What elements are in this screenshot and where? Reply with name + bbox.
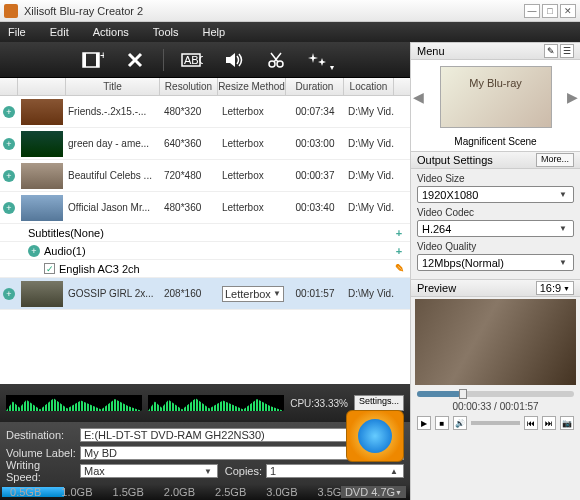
menu-file[interactable]: File (8, 26, 26, 38)
add-audio-icon[interactable]: + (388, 245, 410, 257)
snapshot-button[interactable]: 📷 (560, 416, 574, 430)
svg-rect-2 (96, 53, 99, 67)
settings-button[interactable]: Settings... (354, 395, 404, 411)
expand-icon[interactable]: + (28, 245, 40, 257)
mute-button[interactable]: 🔊 (453, 416, 467, 430)
menu-preview[interactable]: ◀ My Blu-ray ▶ (411, 60, 580, 134)
thumbnail (21, 163, 63, 189)
svg-rect-1 (83, 53, 86, 67)
prev-frame-button[interactable]: ⏮ (524, 416, 538, 430)
thumbnail (21, 195, 63, 221)
copies-label: Copies: (222, 465, 262, 477)
chevron-down-icon: ▼ (559, 224, 569, 233)
thumbnail (21, 131, 63, 157)
delete-icon[interactable] (121, 48, 149, 72)
video-quality-label: Video Quality (417, 241, 574, 252)
app-title: Xilisoft Blu-ray Creator 2 (24, 5, 524, 17)
expand-icon[interactable]: + (3, 288, 15, 300)
effects-icon[interactable]: ▾ (304, 48, 332, 72)
table-row-selected[interactable]: + GOSSIP GIRL 2x... 208*160 Letterbox▼ 0… (0, 278, 410, 310)
thumbnail (21, 281, 63, 307)
next-frame-button[interactable]: ⏭ (542, 416, 556, 430)
row-location: D:\My Vid... (344, 288, 394, 299)
video-list: + Friends.-.2x15.-... 480*320 Letterbox … (0, 96, 410, 310)
menu-template-thumb: My Blu-ray (440, 66, 552, 128)
svg-text:ABC: ABC (184, 54, 203, 66)
col-duration[interactable]: Duration (286, 78, 344, 95)
preview-video (415, 299, 576, 385)
row-duration: 00:07:34 (286, 106, 344, 117)
spinner-icon[interactable]: ▲ (390, 467, 400, 476)
expand-icon[interactable]: + (3, 202, 15, 214)
table-header: Title Resolution Resize Method Duration … (0, 78, 410, 96)
menu-edit[interactable]: Edit (50, 26, 69, 38)
minimize-button[interactable]: — (524, 4, 540, 18)
row-location: D:\My Vid... (344, 202, 394, 213)
row-duration: 00:03:40 (286, 202, 344, 213)
edit-audio-icon[interactable]: ✎ (388, 262, 410, 275)
cpu-graph-1 (6, 395, 142, 411)
audio-checkbox[interactable]: ✓ (44, 263, 55, 274)
browse-menu-icon[interactable]: ☰ (560, 44, 574, 58)
close-button[interactable]: ✕ (560, 4, 576, 18)
table-row[interactable]: + Friends.-.2x15.-... 480*320 Letterbox … (0, 96, 410, 128)
row-duration: 00:03:00 (286, 138, 344, 149)
row-title: Friends.-.2x15.-... (66, 106, 160, 117)
table-row[interactable]: + Official Jason Mr... 480*360 Letterbox… (0, 192, 410, 224)
table-row[interactable]: + green day - ame... 640*360 Letterbox 0… (0, 128, 410, 160)
prev-menu-icon[interactable]: ◀ (413, 89, 424, 105)
add-clip-icon[interactable]: + (79, 48, 107, 72)
expand-icon[interactable]: + (3, 170, 15, 182)
disc-type-select[interactable]: DVD 4.7G ▼ (341, 486, 406, 498)
preview-time: 00:00:33 / 00:01:57 (411, 401, 580, 412)
row-resolution: 480*320 (160, 106, 218, 117)
col-title[interactable]: Title (66, 78, 160, 95)
copies-input[interactable]: 1▲ (266, 464, 404, 478)
play-button[interactable]: ▶ (417, 416, 431, 430)
table-row[interactable]: + Beautiful Celebs ... 720*480 Letterbox… (0, 160, 410, 192)
add-subtitle-icon[interactable]: + (388, 227, 410, 239)
subtitle-icon[interactable]: ABC (178, 48, 206, 72)
volume-slider[interactable] (471, 421, 520, 425)
row-resolution: 208*160 (160, 288, 218, 299)
expand-icon[interactable]: + (3, 138, 15, 150)
maximize-button[interactable]: □ (542, 4, 558, 18)
audio-icon[interactable] (220, 48, 248, 72)
col-resolution[interactable]: Resolution (160, 78, 218, 95)
cpu-graph-2 (148, 395, 284, 411)
menu-actions[interactable]: Actions (93, 26, 129, 38)
cpu-label: CPU:33.33% (290, 398, 348, 409)
video-codec-select[interactable]: H.264▼ (417, 220, 574, 237)
row-resize: Letterbox (218, 202, 286, 213)
app-logo-icon (4, 4, 18, 18)
row-resize: Letterbox (218, 170, 286, 181)
menu-section-header: Menu ✎ ☰ (411, 42, 580, 60)
preview-slider[interactable] (417, 391, 574, 397)
menu-help[interactable]: Help (202, 26, 225, 38)
audio-row[interactable]: +Audio(1)+ (0, 242, 410, 260)
slider-knob[interactable] (459, 389, 467, 399)
edit-menu-icon[interactable]: ✎ (544, 44, 558, 58)
destination-panel: Destination: E:(HL-DT-ST DVD-RAM GH22NS3… (0, 422, 410, 484)
row-title: GOSSIP GIRL 2x... (66, 288, 160, 299)
preview-section-header: Preview 16:9▼ (411, 279, 580, 297)
volume-label-label: Volume Label: (6, 447, 76, 459)
subtitles-row[interactable]: Subtitles(None)+ (0, 224, 410, 242)
audio-track-row[interactable]: ✓English AC3 2ch✎ (0, 260, 410, 278)
row-location: D:\My Vid... (344, 170, 394, 181)
menu-tools[interactable]: Tools (153, 26, 179, 38)
burn-button[interactable] (346, 410, 404, 462)
stop-button[interactable]: ■ (435, 416, 449, 430)
next-menu-icon[interactable]: ▶ (567, 89, 578, 105)
resize-method-select[interactable]: Letterbox▼ (222, 286, 284, 302)
video-size-select[interactable]: 1920X1080▼ (417, 186, 574, 203)
col-resize-method[interactable]: Resize Method (218, 78, 286, 95)
aspect-ratio-select[interactable]: 16:9▼ (536, 281, 574, 295)
col-location[interactable]: Location (344, 78, 394, 95)
writing-speed-select[interactable]: Max▼ (80, 464, 218, 478)
row-resize: Letterbox (218, 106, 286, 117)
trim-icon[interactable] (262, 48, 290, 72)
video-quality-select[interactable]: 12Mbps(Normal)▼ (417, 254, 574, 271)
more-output-button[interactable]: More... (536, 153, 574, 167)
expand-icon[interactable]: + (3, 106, 15, 118)
